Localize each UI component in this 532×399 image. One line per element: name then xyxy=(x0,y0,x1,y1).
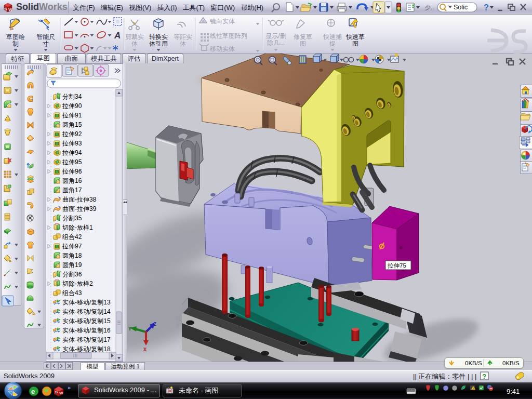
svg-text:X: X xyxy=(143,347,147,353)
svg-text:拉伸93: 拉伸93 xyxy=(62,140,82,147)
svg-text:实体-移动/复制17: 实体-移动/复制17 xyxy=(62,336,111,343)
svg-text:圆角18: 圆角18 xyxy=(62,252,82,259)
svg-text:e: e xyxy=(31,388,35,395)
svg-text:拉伸90: 拉伸90 xyxy=(62,102,82,110)
svg-text:草图绘: 草图绘 xyxy=(6,33,25,41)
svg-text:等距实: 等距实 xyxy=(174,33,192,41)
svg-text:捉: 捉 xyxy=(329,40,336,47)
svg-text:Solic: Solic xyxy=(454,4,468,11)
svg-text:Y: Y xyxy=(128,326,131,332)
svg-text:圆角19: 圆角19 xyxy=(62,261,82,269)
svg-text:S: S xyxy=(55,390,58,394)
svg-text:W: W xyxy=(8,7,12,12)
svg-text:圆角15: 圆角15 xyxy=(62,121,82,128)
svg-text:圆角17: 圆角17 xyxy=(62,187,82,194)
svg-text:拉伸92: 拉伸92 xyxy=(62,130,82,138)
svg-text:分割36: 分割36 xyxy=(62,271,82,278)
svg-text:镜向实体: 镜向实体 xyxy=(209,18,235,25)
svg-text:圆角16: 圆角16 xyxy=(62,177,82,184)
svg-text:曲面-拉伸39: 曲面-拉伸39 xyxy=(62,205,97,212)
svg-text:智能尺: 智能尺 xyxy=(36,33,55,41)
svg-text:实体-移动/复制16: 实体-移动/复制16 xyxy=(62,327,111,334)
svg-text:分割34: 分割34 xyxy=(62,93,82,100)
svg-text:?: ? xyxy=(484,3,489,12)
svg-text:0KB/S: 0KB/S xyxy=(502,360,520,366)
svg-text:图: 图 xyxy=(300,40,306,47)
svg-text:»: » xyxy=(68,384,71,391)
svg-text:0KB/S: 0KB/S xyxy=(465,360,482,366)
svg-text:拉伸97: 拉伸97 xyxy=(62,243,82,250)
svg-text:拉伸94: 拉伸94 xyxy=(62,149,82,156)
svg-text:拉伸91: 拉伸91 xyxy=(62,112,82,119)
svg-text:除几...: 除几... xyxy=(267,39,285,46)
svg-text:体引用: 体引用 xyxy=(149,40,168,47)
svg-text:寸: 寸 xyxy=(43,40,49,47)
svg-text:Z: Z xyxy=(153,322,156,327)
svg-text:快速捕: 快速捕 xyxy=(323,33,342,41)
svg-text:拉伸95: 拉伸95 xyxy=(62,158,82,166)
svg-text:制: 制 xyxy=(12,40,19,47)
svg-text:分割35: 分割35 xyxy=(62,215,82,222)
svg-text:组合43: 组合43 xyxy=(62,289,82,297)
svg-text:移动实体: 移动实体 xyxy=(210,45,235,52)
svg-text:实体-移动/复制15: 实体-移动/复制15 xyxy=(62,317,111,325)
svg-text:体: 体 xyxy=(131,40,138,47)
svg-text:实体-移动/复制13: 实体-移动/复制13 xyxy=(62,299,111,306)
svg-text:转换实: 转换实 xyxy=(149,33,168,41)
svg-text:W: W xyxy=(59,391,63,395)
svg-text:图: 图 xyxy=(352,40,358,47)
svg-text:实体-移动/复制18: 实体-移动/复制18 xyxy=(62,345,111,353)
svg-text:剪裁实: 剪裁实 xyxy=(125,33,144,41)
svg-text:显示/删: 显示/删 xyxy=(265,32,286,39)
svg-text:快速草: 快速草 xyxy=(345,33,365,41)
svg-text:拉伸75: 拉伸75 xyxy=(387,262,406,269)
svg-text:切除-放样2: 切除-放样2 xyxy=(62,280,93,287)
svg-text:曲面-拉伸38: 曲面-拉伸38 xyxy=(62,196,97,203)
svg-text:实体-移动/复制14: 实体-移动/复制14 xyxy=(62,308,111,315)
svg-text:?: ? xyxy=(483,373,486,380)
svg-text:组合42: 组合42 xyxy=(62,233,82,241)
svg-text:线性草图阵列: 线性草图阵列 xyxy=(210,32,247,39)
svg-text:S: S xyxy=(4,7,7,11)
svg-text:体: 体 xyxy=(180,40,186,47)
svg-text:A: A xyxy=(114,31,121,41)
svg-text:少..: 少.. xyxy=(425,4,434,10)
svg-text:修复草: 修复草 xyxy=(294,33,312,41)
svg-text:拉伸96: 拉伸96 xyxy=(62,168,82,175)
svg-text:切除-放样1: 切除-放样1 xyxy=(62,224,93,231)
